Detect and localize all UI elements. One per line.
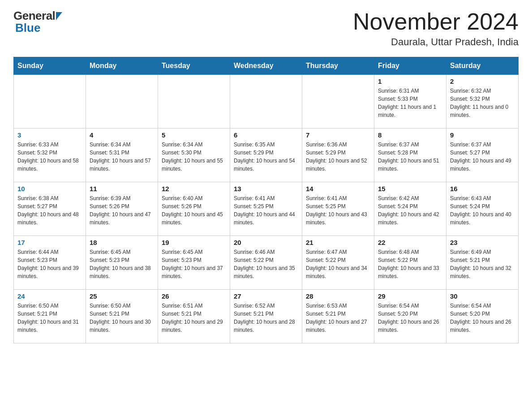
day-info: Sunrise: 6:34 AMSunset: 5:31 PMDaylight:… bbox=[90, 141, 154, 173]
title-block: November 2024 Daurala, Uttar Pradesh, In… bbox=[353, 9, 519, 48]
day-info: Sunrise: 6:37 AMSunset: 5:27 PMDaylight:… bbox=[450, 141, 515, 173]
day-info: Sunrise: 6:47 AMSunset: 5:22 PMDaylight:… bbox=[306, 248, 370, 280]
day-number: 2 bbox=[450, 77, 515, 85]
day-number: 20 bbox=[234, 239, 298, 246]
logo-blue-text: Blue bbox=[15, 21, 40, 35]
day-info: Sunrise: 6:45 AMSunset: 5:23 PMDaylight:… bbox=[90, 248, 154, 280]
header-row: SundayMondayTuesdayWednesdayThursdayFrid… bbox=[14, 57, 519, 75]
calendar-week-5: 24Sunrise: 6:50 AMSunset: 5:21 PMDayligh… bbox=[14, 290, 519, 343]
day-info: Sunrise: 6:37 AMSunset: 5:28 PMDaylight:… bbox=[378, 141, 442, 173]
day-number: 21 bbox=[306, 239, 370, 246]
header-wednesday: Wednesday bbox=[230, 57, 302, 75]
calendar-cell: 21Sunrise: 6:47 AMSunset: 5:22 PMDayligh… bbox=[302, 236, 374, 290]
header-tuesday: Tuesday bbox=[158, 57, 230, 75]
calendar-cell: 16Sunrise: 6:43 AMSunset: 5:24 PMDayligh… bbox=[446, 182, 519, 236]
calendar-cell: 24Sunrise: 6:50 AMSunset: 5:21 PMDayligh… bbox=[14, 290, 86, 343]
day-info: Sunrise: 6:36 AMSunset: 5:29 PMDaylight:… bbox=[306, 141, 370, 173]
day-info: Sunrise: 6:34 AMSunset: 5:30 PMDaylight:… bbox=[162, 141, 226, 173]
calendar-cell: 29Sunrise: 6:54 AMSunset: 5:20 PMDayligh… bbox=[374, 290, 446, 343]
calendar-cell: 10Sunrise: 6:38 AMSunset: 5:27 PMDayligh… bbox=[14, 182, 86, 236]
calendar-cell bbox=[302, 75, 374, 128]
day-info: Sunrise: 6:31 AMSunset: 5:33 PMDaylight:… bbox=[378, 87, 442, 119]
calendar-cell: 2Sunrise: 6:32 AMSunset: 5:32 PMDaylight… bbox=[446, 75, 519, 128]
calendar-cell: 5Sunrise: 6:34 AMSunset: 5:30 PMDaylight… bbox=[158, 128, 230, 182]
calendar-cell: 7Sunrise: 6:36 AMSunset: 5:29 PMDaylight… bbox=[302, 128, 374, 182]
calendar-cell: 9Sunrise: 6:37 AMSunset: 5:27 PMDaylight… bbox=[446, 128, 519, 182]
calendar-cell: 14Sunrise: 6:41 AMSunset: 5:25 PMDayligh… bbox=[302, 182, 374, 236]
day-number: 24 bbox=[17, 292, 82, 300]
day-number: 11 bbox=[90, 185, 154, 193]
calendar-week-4: 17Sunrise: 6:44 AMSunset: 5:23 PMDayligh… bbox=[14, 236, 519, 290]
calendar-cell: 26Sunrise: 6:51 AMSunset: 5:21 PMDayligh… bbox=[158, 290, 230, 343]
day-number: 12 bbox=[162, 185, 226, 193]
calendar-week-2: 3Sunrise: 6:33 AMSunset: 5:32 PMDaylight… bbox=[14, 128, 519, 182]
day-number: 19 bbox=[162, 239, 226, 246]
day-number: 3 bbox=[17, 131, 82, 139]
header-saturday: Saturday bbox=[446, 57, 519, 75]
day-number: 22 bbox=[378, 239, 442, 246]
month-title: November 2024 bbox=[353, 9, 519, 34]
calendar-cell: 17Sunrise: 6:44 AMSunset: 5:23 PMDayligh… bbox=[14, 236, 86, 290]
logo-triangle-icon bbox=[56, 12, 62, 20]
day-info: Sunrise: 6:40 AMSunset: 5:26 PMDaylight:… bbox=[162, 194, 226, 227]
calendar-cell: 19Sunrise: 6:45 AMSunset: 5:23 PMDayligh… bbox=[158, 236, 230, 290]
day-info: Sunrise: 6:52 AMSunset: 5:21 PMDaylight:… bbox=[234, 302, 298, 334]
day-info: Sunrise: 6:48 AMSunset: 5:22 PMDaylight:… bbox=[378, 248, 442, 280]
day-info: Sunrise: 6:39 AMSunset: 5:26 PMDaylight:… bbox=[90, 194, 154, 227]
day-info: Sunrise: 6:54 AMSunset: 5:20 PMDaylight:… bbox=[450, 302, 515, 334]
calendar-cell: 15Sunrise: 6:42 AMSunset: 5:24 PMDayligh… bbox=[374, 182, 446, 236]
calendar-cell: 30Sunrise: 6:54 AMSunset: 5:20 PMDayligh… bbox=[446, 290, 519, 343]
day-info: Sunrise: 6:41 AMSunset: 5:25 PMDaylight:… bbox=[234, 194, 298, 227]
calendar-cell: 22Sunrise: 6:48 AMSunset: 5:22 PMDayligh… bbox=[374, 236, 446, 290]
calendar-body: 1Sunrise: 6:31 AMSunset: 5:33 PMDaylight… bbox=[14, 75, 519, 343]
day-info: Sunrise: 6:46 AMSunset: 5:22 PMDaylight:… bbox=[234, 248, 298, 280]
day-info: Sunrise: 6:50 AMSunset: 5:21 PMDaylight:… bbox=[90, 302, 154, 334]
calendar-week-1: 1Sunrise: 6:31 AMSunset: 5:33 PMDaylight… bbox=[14, 75, 519, 128]
day-info: Sunrise: 6:32 AMSunset: 5:32 PMDaylight:… bbox=[450, 87, 515, 119]
calendar-cell: 25Sunrise: 6:50 AMSunset: 5:21 PMDayligh… bbox=[86, 290, 158, 343]
day-number: 13 bbox=[234, 185, 298, 193]
day-number: 26 bbox=[162, 292, 226, 300]
calendar-cell: 28Sunrise: 6:53 AMSunset: 5:21 PMDayligh… bbox=[302, 290, 374, 343]
day-number: 1 bbox=[378, 77, 442, 85]
day-number: 29 bbox=[378, 292, 442, 300]
day-info: Sunrise: 6:38 AMSunset: 5:27 PMDaylight:… bbox=[17, 194, 82, 227]
page-header: General Blue November 2024 Daurala, Utta… bbox=[13, 9, 519, 48]
calendar-week-3: 10Sunrise: 6:38 AMSunset: 5:27 PMDayligh… bbox=[14, 182, 519, 236]
header-sunday: Sunday bbox=[14, 57, 86, 75]
calendar-cell: 27Sunrise: 6:52 AMSunset: 5:21 PMDayligh… bbox=[230, 290, 302, 343]
calendar-cell: 20Sunrise: 6:46 AMSunset: 5:22 PMDayligh… bbox=[230, 236, 302, 290]
day-number: 17 bbox=[17, 239, 82, 246]
day-number: 14 bbox=[306, 185, 370, 193]
calendar-cell bbox=[158, 75, 230, 128]
calendar-cell: 1Sunrise: 6:31 AMSunset: 5:33 PMDaylight… bbox=[374, 75, 446, 128]
day-number: 30 bbox=[450, 292, 515, 300]
calendar-cell: 18Sunrise: 6:45 AMSunset: 5:23 PMDayligh… bbox=[86, 236, 158, 290]
header-monday: Monday bbox=[86, 57, 158, 75]
day-info: Sunrise: 6:51 AMSunset: 5:21 PMDaylight:… bbox=[162, 302, 226, 334]
day-info: Sunrise: 6:41 AMSunset: 5:25 PMDaylight:… bbox=[306, 194, 370, 227]
calendar-cell: 3Sunrise: 6:33 AMSunset: 5:32 PMDaylight… bbox=[14, 128, 86, 182]
day-number: 27 bbox=[234, 292, 298, 300]
calendar-header: SundayMondayTuesdayWednesdayThursdayFrid… bbox=[14, 57, 519, 75]
day-number: 6 bbox=[234, 131, 298, 139]
calendar-cell: 13Sunrise: 6:41 AMSunset: 5:25 PMDayligh… bbox=[230, 182, 302, 236]
header-friday: Friday bbox=[374, 57, 446, 75]
day-info: Sunrise: 6:35 AMSunset: 5:29 PMDaylight:… bbox=[234, 141, 298, 173]
calendar-cell bbox=[86, 75, 158, 128]
calendar-cell: 11Sunrise: 6:39 AMSunset: 5:26 PMDayligh… bbox=[86, 182, 158, 236]
day-info: Sunrise: 6:33 AMSunset: 5:32 PMDaylight:… bbox=[17, 141, 82, 173]
header-thursday: Thursday bbox=[302, 57, 374, 75]
day-number: 7 bbox=[306, 131, 370, 139]
day-info: Sunrise: 6:53 AMSunset: 5:21 PMDaylight:… bbox=[306, 302, 370, 334]
location-text: Daurala, Uttar Pradesh, India bbox=[353, 36, 519, 48]
day-number: 8 bbox=[378, 131, 442, 139]
day-number: 16 bbox=[450, 185, 515, 193]
day-info: Sunrise: 6:45 AMSunset: 5:23 PMDaylight:… bbox=[162, 248, 226, 280]
day-number: 25 bbox=[90, 292, 154, 300]
day-number: 10 bbox=[17, 185, 82, 193]
day-info: Sunrise: 6:42 AMSunset: 5:24 PMDaylight:… bbox=[378, 194, 442, 227]
calendar-table: SundayMondayTuesdayWednesdayThursdayFrid… bbox=[13, 57, 519, 343]
day-number: 28 bbox=[306, 292, 370, 300]
calendar-cell: 6Sunrise: 6:35 AMSunset: 5:29 PMDaylight… bbox=[230, 128, 302, 182]
